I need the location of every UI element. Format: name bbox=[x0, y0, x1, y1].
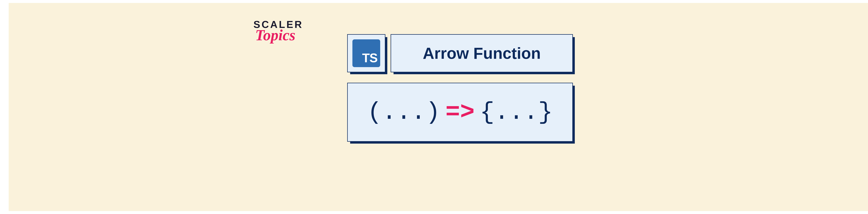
syntax-arrow: => bbox=[445, 99, 475, 126]
syntax-params: (...) bbox=[367, 99, 440, 126]
page-title: Arrow Function bbox=[423, 44, 541, 63]
scaler-logo: SCALER Topics bbox=[253, 19, 303, 44]
diagram-canvas: SCALER Topics TS Arrow Function (...) => bbox=[9, 3, 868, 211]
typescript-icon: TS bbox=[352, 39, 380, 67]
ts-badge-box: TS bbox=[347, 34, 385, 72]
title-box: Arrow Function bbox=[391, 34, 573, 72]
syntax-body: {...} bbox=[480, 99, 553, 126]
logo-sub: Topics bbox=[255, 26, 295, 44]
header-row: TS Arrow Function bbox=[347, 34, 573, 72]
content-area: TS Arrow Function (...) => {...} bbox=[347, 34, 573, 142]
syntax-box: (...) => {...} bbox=[347, 83, 573, 142]
ts-icon-text: TS bbox=[362, 51, 377, 65]
